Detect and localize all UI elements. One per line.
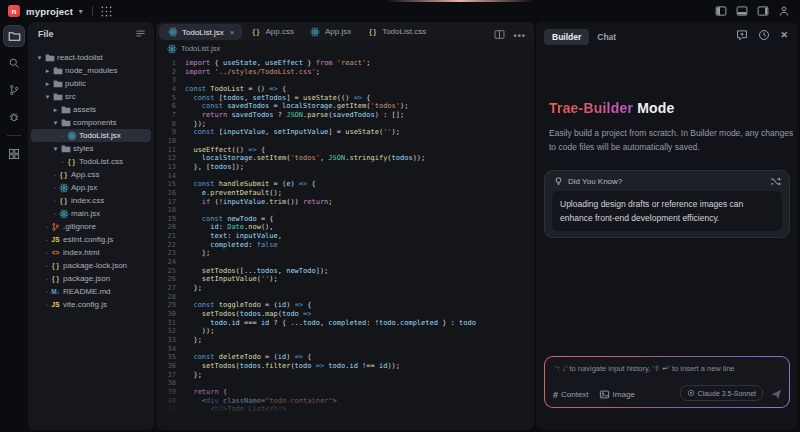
tree-item-components[interactable]: ▾components: [31, 116, 151, 129]
activity-divider: [7, 135, 21, 136]
editor-panel: TodoList.jsx×{ }App.cssApp.jsx{ }TodoLis…: [156, 22, 534, 430]
breadcrumb-file: TodoList.jsx: [181, 44, 220, 53]
editor-actions: •••: [494, 25, 526, 43]
tree-item-README.md[interactable]: •M↓README.md: [31, 285, 151, 298]
file-label: styles: [73, 144, 93, 153]
file-bullet: •: [43, 237, 50, 243]
tab-chat[interactable]: Chat: [589, 29, 624, 45]
editor-tab-TodoList.jsx[interactable]: TodoList.jsx×: [159, 24, 242, 40]
code-line: 2import '../styles/TodoList.css';: [156, 68, 534, 77]
file-label: public: [65, 79, 86, 88]
code-line: 8 });: [156, 120, 534, 129]
tree-item-vite.config.js[interactable]: •JSvite.config.js: [31, 298, 151, 311]
app-window: n myproject ▼ File ▾react-todolist▸node_…: [0, 0, 800, 432]
tree-item-package-lock.json[interactable]: •{ }package-lock.json: [31, 259, 151, 272]
activity-extensions-icon[interactable]: [4, 144, 24, 164]
tree-item-index.html[interactable]: •<>index.html: [31, 246, 151, 259]
more-actions-icon[interactable]: •••: [514, 25, 526, 43]
code-line: 5 const [todos, setTodos] = useState(() …: [156, 94, 534, 103]
close-icon[interactable]: ✕: [780, 30, 788, 40]
md-file-icon: M↓: [50, 288, 61, 295]
tip-text: Uploading design drafts or reference ima…: [552, 191, 782, 231]
tab-label: TodoList.css: [382, 27, 426, 36]
tree-item-react-todolist[interactable]: ▾react-todolist: [31, 51, 151, 64]
activity-source-control-icon[interactable]: [4, 80, 24, 100]
apps-grid-icon[interactable]: [101, 6, 112, 17]
account-icon[interactable]: [778, 5, 790, 17]
file-label: eslint.config.js: [63, 235, 113, 244]
chevron-right-icon: ▸: [51, 106, 60, 114]
image-icon: [599, 389, 610, 400]
builder-mode-description: Easily build a project from scratch. In …: [549, 126, 798, 154]
tree-item-package.json[interactable]: •{ }package.json: [31, 272, 151, 285]
file-label: src: [65, 92, 76, 101]
code-line: 27 };: [156, 284, 534, 293]
file-label: assets: [73, 105, 96, 114]
activity-debug-icon[interactable]: [4, 107, 24, 127]
code-line: 12 localStorage.setItem('todos', JSON.st…: [156, 154, 534, 163]
breadcrumb[interactable]: TodoList.jsx: [156, 41, 534, 56]
editor-tab-App.jsx[interactable]: App.jsx: [302, 22, 359, 41]
code-line: 14: [156, 172, 534, 181]
image-button[interactable]: Image: [599, 389, 635, 400]
code-line: 9 const [inputValue, setInputValue] = us…: [156, 128, 534, 137]
tree-item-eslint.config.js[interactable]: •JSeslint.config.js: [31, 233, 151, 246]
context-button[interactable]: # Context: [553, 390, 589, 400]
send-icon[interactable]: [770, 388, 782, 400]
code-line: 4const TodoList = () => {: [156, 85, 534, 94]
file-tree: ▾react-todolist▸node_modules▸public▾src▸…: [28, 51, 154, 311]
editor-tab-TodoList.css[interactable]: { }TodoList.css: [359, 22, 434, 41]
braces-file-icon: { }: [66, 158, 77, 165]
project-name[interactable]: myproject: [26, 6, 73, 17]
braces-file-icon: { }: [58, 171, 69, 178]
editor-tab-App.css[interactable]: { }App.css: [242, 22, 301, 41]
explorer-header: File: [28, 22, 154, 43]
title-bar: n myproject ▼: [0, 0, 800, 22]
tree-item-styles[interactable]: ▾styles: [31, 142, 151, 155]
tree-item-index.css[interactable]: •{ }index.css: [31, 194, 151, 207]
file-bullet: •: [59, 133, 66, 139]
tree-item-public[interactable]: ▸public: [31, 77, 151, 90]
folder-file-icon: [44, 53, 55, 62]
close-tab-icon[interactable]: ×: [230, 28, 235, 37]
tree-item-TodoList.css[interactable]: •{ }TodoList.css: [31, 155, 151, 168]
panel-left-icon[interactable]: [715, 5, 727, 17]
react-file-icon: [58, 209, 69, 219]
chevron-down-icon: ▾: [51, 145, 60, 153]
editor-tab-strip: TodoList.jsx×{ }App.cssApp.jsx{ }TodoLis…: [156, 22, 534, 41]
shuffle-icon[interactable]: [770, 176, 781, 187]
folder-file-icon: [60, 144, 71, 153]
split-editor-icon[interactable]: [494, 29, 505, 40]
chevron-down-icon[interactable]: ▼: [77, 8, 84, 15]
html-file-icon: <>: [50, 249, 61, 256]
react-icon: [166, 44, 177, 54]
history-icon[interactable]: [758, 29, 770, 41]
tip-title: Did You Know?: [568, 177, 622, 186]
tree-item-assets[interactable]: ▸assets: [31, 103, 151, 116]
activity-explorer-icon[interactable]: [4, 26, 24, 46]
code-line: 19 const newTodo = {: [156, 215, 534, 224]
tree-item-src[interactable]: ▾src: [31, 90, 151, 103]
activity-search-icon[interactable]: [4, 53, 24, 73]
tree-item-node_modules[interactable]: ▸node_modules: [31, 64, 151, 77]
file-bullet: •: [51, 211, 58, 217]
builder-header: Builder Chat ✕: [544, 27, 790, 47]
tab-builder[interactable]: Builder: [544, 29, 589, 45]
chevron-right-icon: ▸: [43, 67, 52, 75]
tree-item-TodoList.jsx[interactable]: •TodoList.jsx: [31, 129, 151, 142]
tree-item-.gitignore[interactable]: •.gitignore: [31, 220, 151, 233]
chat-input[interactable]: [553, 362, 781, 382]
tree-item-main.jsx[interactable]: •main.jsx: [31, 207, 151, 220]
panel-bottom-icon[interactable]: [736, 5, 748, 17]
code-line: 24: [156, 258, 534, 267]
file-label: package-lock.json: [63, 261, 127, 270]
new-chat-icon[interactable]: [736, 29, 748, 41]
tree-item-App.css[interactable]: •{ }App.css: [31, 168, 151, 181]
app-logo-icon[interactable]: n: [8, 5, 20, 17]
code-editor[interactable]: 1import { useState, useEffect } from 're…: [156, 59, 534, 414]
model-selector[interactable]: Claude 3.5-Sonnet: [680, 385, 763, 401]
collapse-explorer-icon[interactable]: [135, 28, 146, 39]
tree-item-App.jsx[interactable]: •App.jsx: [31, 181, 151, 194]
panel-right-icon[interactable]: [757, 5, 769, 17]
code-line: 36 setTodos(todos.filter(todo => todo.id…: [156, 362, 534, 371]
